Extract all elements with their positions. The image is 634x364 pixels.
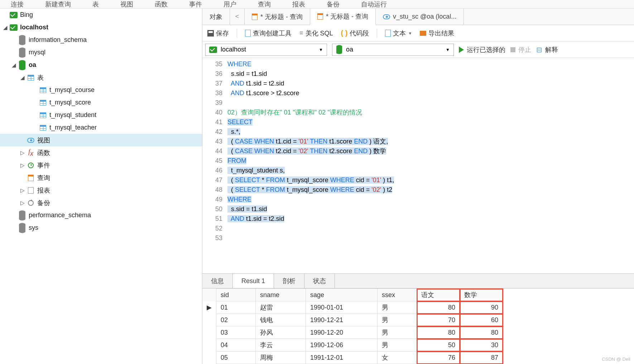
connection-selector-row: localhost▼ oa▼ 运行已选择的 停止 ⊟解释	[202, 42, 634, 58]
cell[interactable]: 70	[417, 314, 460, 326]
text-dropdown[interactable]: 文本▼	[385, 29, 412, 38]
reports-node[interactable]: ▷报表	[0, 184, 202, 196]
menu-item[interactable]: 报表	[282, 0, 316, 8]
host-dropdown[interactable]: localhost▼	[205, 44, 327, 56]
menu-item[interactable]: 连接	[0, 0, 34, 8]
run-selected-button[interactable]: 运行已选择的	[459, 45, 505, 54]
cell[interactable]: 李云	[256, 339, 306, 351]
beautify-button[interactable]: ≡美化 SQL	[299, 29, 333, 38]
db-oa[interactable]: ◢oa	[0, 59, 202, 71]
menu-item[interactable]: 表	[82, 0, 110, 8]
tab-objects[interactable]: 对象	[202, 9, 230, 25]
table-node[interactable]: t_mysql_score	[0, 96, 202, 109]
query-builder-button[interactable]: 查询创建工具	[245, 29, 292, 38]
cell[interactable]: 30	[460, 339, 503, 351]
connection-bing[interactable]: Bing	[0, 9, 202, 21]
database-icon	[336, 45, 342, 50]
table-icon	[40, 125, 46, 131]
cell[interactable]: 1990-12-06	[306, 339, 378, 351]
database-node[interactable]: performance_schema	[0, 209, 202, 222]
report-icon	[28, 187, 34, 194]
menu-item[interactable]: 备份	[316, 0, 350, 8]
cell[interactable]: 1990-12-20	[306, 326, 378, 339]
cell[interactable]: 87	[460, 351, 503, 364]
cell[interactable]: 80	[460, 326, 503, 339]
cell[interactable]: 03	[216, 326, 256, 339]
tab-view[interactable]: v_stu_sc @oa (local...	[376, 9, 464, 25]
rtab-info[interactable]: 信息	[202, 274, 233, 288]
rtab-profile[interactable]: 剖析	[274, 274, 304, 288]
events-node[interactable]: ▷事件	[0, 159, 202, 171]
database-dropdown[interactable]: oa▼	[332, 44, 454, 56]
cell[interactable]: 02	[216, 314, 256, 326]
document-tabs[interactable]: 对象 < * 无标题 - 查询 * 无标题 - 查询 v_stu_sc @oa …	[202, 9, 634, 25]
cell[interactable]: 80	[417, 301, 460, 314]
cell[interactable]: 01	[216, 301, 256, 314]
cell[interactable]: 男	[378, 301, 417, 314]
col-header[interactable]: sage	[306, 289, 378, 301]
doc-icon	[385, 30, 391, 37]
database-node[interactable]: information_schema	[0, 34, 202, 46]
cell[interactable]: 男	[378, 339, 417, 351]
cell[interactable]: 男	[378, 314, 417, 326]
menu-item[interactable]: 查询	[247, 0, 282, 8]
cell[interactable]: 女	[378, 351, 417, 364]
cell[interactable]: 孙风	[256, 326, 306, 339]
cell[interactable]: 50	[417, 339, 460, 351]
cell[interactable]: 钱电	[256, 314, 306, 326]
menu-item[interactable]: 自动运行	[350, 0, 398, 8]
table-node[interactable]: t_mysql_student	[0, 109, 202, 121]
export-button[interactable]: 导出结果	[420, 29, 454, 38]
tab-back[interactable]: <	[230, 9, 245, 25]
explain-button[interactable]: ⊟解释	[536, 45, 558, 54]
explain-icon: ⊟	[536, 45, 542, 54]
chevron-down-icon: ▼	[446, 47, 450, 52]
cell[interactable]: 76	[417, 351, 460, 364]
col-header[interactable]: 数学	[460, 289, 503, 301]
stop-button[interactable]: 停止	[510, 45, 531, 54]
table-node[interactable]: t_mysql_course	[0, 84, 202, 96]
database-node[interactable]: sys	[0, 222, 202, 234]
cell[interactable]: 90	[460, 301, 503, 314]
connection-tree[interactable]: Bing ◢localhost information_schemamysql …	[0, 9, 202, 364]
tab-query-2[interactable]: * 无标题 - 查询	[310, 9, 376, 25]
col-header[interactable]: sid	[216, 289, 256, 301]
menu-item[interactable]: 视图	[110, 0, 144, 8]
menubar[interactable]: 连接新建查询表视图函数事件用户查询报表备份自动运行	[0, 0, 634, 9]
views-node[interactable]: 视图	[0, 134, 202, 146]
row-pointer: ▶	[202, 301, 216, 314]
functions-node[interactable]: ▷fx函数	[0, 146, 202, 159]
tab-query-1[interactable]: * 无标题 - 查询	[245, 9, 310, 25]
backup-node[interactable]: ▷备份	[0, 196, 202, 209]
result-grid[interactable]: sidsnamesagessex语文数学▶01赵雷1990-01-01男8090…	[202, 288, 634, 364]
menu-item[interactable]: 事件	[178, 0, 213, 8]
connection-localhost[interactable]: ◢localhost	[0, 21, 202, 34]
col-header[interactable]: ssex	[378, 289, 417, 301]
cell[interactable]: 05	[216, 351, 256, 364]
cell[interactable]: 1990-01-01	[306, 301, 378, 314]
menu-item[interactable]: 函数	[144, 0, 178, 8]
cell[interactable]: 04	[216, 339, 256, 351]
cell[interactable]: 60	[460, 314, 503, 326]
cell[interactable]: 赵雷	[256, 301, 306, 314]
cell[interactable]: 男	[378, 326, 417, 339]
save-button[interactable]: 保存	[207, 29, 229, 38]
result-tabs[interactable]: 信息 Result 1 剖析 状态	[202, 273, 634, 288]
menu-item[interactable]: 新建查询	[34, 0, 82, 8]
cell[interactable]: 80	[417, 326, 460, 339]
cell[interactable]: 周梅	[256, 351, 306, 364]
snippet-button[interactable]: ( )代码段	[341, 29, 369, 38]
database-icon	[19, 223, 25, 229]
table-node[interactable]: t_mysql_teacher	[0, 121, 202, 134]
col-header[interactable]: 语文	[417, 289, 460, 301]
rtab-result[interactable]: Result 1	[233, 273, 274, 288]
queries-node[interactable]: 查询	[0, 171, 202, 184]
col-header[interactable]: sname	[256, 289, 306, 301]
database-node[interactable]: mysql	[0, 46, 202, 59]
cell[interactable]: 1990-12-21	[306, 314, 378, 326]
tables-node[interactable]: ◢表	[0, 71, 202, 84]
sql-editor[interactable]: 35363738394041424344454647484950515253 W…	[202, 58, 634, 273]
menu-item[interactable]: 用户	[213, 0, 247, 8]
cell[interactable]: 1991-12-01	[306, 351, 378, 364]
rtab-status[interactable]: 状态	[304, 274, 335, 288]
